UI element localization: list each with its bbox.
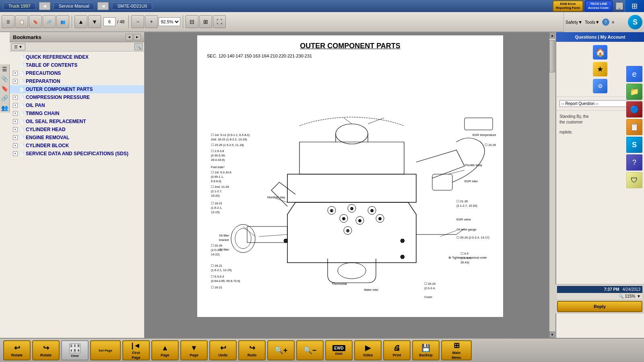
full-screen-btn[interactable]: ⛶ [213, 15, 226, 28]
ie-star-icon[interactable]: ★ [593, 62, 607, 76]
bookmark-engine-removal[interactable]: + 📄 ENGINE REMOVAL [10, 134, 144, 142]
panel-toggle-3[interactable]: 🔖 [29, 15, 42, 28]
svg-text:EGR valve: EGR valve [456, 218, 471, 221]
fit-width-btn[interactable]: ⊟ [186, 15, 198, 28]
bookmark-compression[interactable]: + 📄 COMPRESSION PRESSURE [10, 93, 144, 101]
bookmark-options[interactable]: ☰▼ [11, 43, 25, 50]
zoom-out-bottom-btn[interactable]: 🔍− [296, 340, 324, 360]
svg-text:Throttle body: Throttle body [464, 163, 482, 167]
zoom-out-btn[interactable]: − [131, 15, 144, 28]
title-nav-btn2[interactable]: ◄ [97, 2, 109, 10]
rotate-left-btn[interactable]: ↩ Rotate [3, 340, 31, 360]
sidebar-icon-2[interactable]: 📎 [1, 76, 8, 82]
bookmark-service-data[interactable]: + 📄 SERVICE DATA AND SPECIFICATIONS (SDS… [10, 150, 144, 158]
tech-line-btn[interactable]: TECH LINE Access Code: [585, 0, 613, 12]
page-down-btn[interactable]: ▼ Page [180, 340, 208, 360]
sidebar-icon-3[interactable]: 🔖 [1, 85, 8, 92]
scroll-thumb[interactable] [549, 40, 555, 72]
first-page-btn[interactable]: |◄ First Page [122, 340, 150, 360]
pdf-page: OUTER COMPONENT PARTS SEC. 120·140·147·1… [197, 35, 503, 317]
expand-service-data[interactable]: + [13, 151, 18, 156]
panel-toggle-2[interactable]: 📋 [15, 15, 28, 28]
svg-text:(2.0-2.4,: (2.0-2.4, [424, 286, 436, 290]
bookmark-cylinder-head[interactable]: + 📄 CYLINDER HEAD [10, 125, 144, 134]
svg-text:☐ 16-21: ☐ 16-21 [211, 264, 222, 267]
bookmark-preparation[interactable]: + 📄 PREPARATION [10, 77, 144, 85]
sidebar-icon-5[interactable]: 👥 [1, 105, 8, 111]
bookmark-cylinder-block[interactable]: + 📄 CYLINDER BLOCK [10, 142, 144, 150]
page-input[interactable] [103, 17, 116, 26]
svg-text:⑦: ⑦ [346, 229, 349, 233]
ewd-btn[interactable]: EWD EWD [325, 340, 353, 360]
expand-oil-pan[interactable]: + [13, 103, 18, 108]
ie-icon-2[interactable]: 📁 [626, 84, 642, 100]
panel-toggle-5[interactable]: 👥 [56, 15, 69, 28]
bookmark-toc[interactable]: 📄 TABLE OF CONTENTS [10, 61, 144, 69]
main-menu-btn[interactable]: ⊞ Main Menu [441, 340, 472, 360]
expand-cylinder-block[interactable]: + [13, 143, 18, 148]
backup-btn[interactable]: 💾 BackUp [412, 340, 440, 360]
expand-engine-removal[interactable]: + [13, 135, 18, 140]
zoom-dropdown-btn[interactable]: ▼ [637, 294, 641, 298]
svg-text:EGR tube: EGR tube [464, 179, 478, 183]
expand-oil-seal[interactable]: + [13, 119, 18, 124]
prev-page-btn[interactable]: ▲ [74, 15, 87, 28]
bookmark-oil-seal[interactable]: + 📄 OIL SEAL REPLACEMENT [10, 117, 144, 125]
sidebar-collapse-btn[interactable]: ◄ [126, 34, 133, 40]
bookmark-timing-chain[interactable]: + 📄 TIMING CHAIN [10, 109, 144, 117]
redo-btn[interactable]: ↪ Redo [238, 340, 266, 360]
rotate-right-btn[interactable]: ↪ Rotate [32, 340, 60, 360]
bookmark-outer-component[interactable]: 📄 OUTER COMPONENT PARTS [10, 85, 144, 93]
expand-preparation[interactable]: + [13, 79, 18, 84]
fit-page-btn[interactable]: ⊞ [199, 15, 212, 28]
svg-text:(0.95-1.1,: (0.95-1.1, [211, 175, 224, 179]
scrollbar-v[interactable]: ▲ ▼ [549, 32, 555, 338]
zoom-label: 🔍 [619, 294, 623, 298]
print-btn[interactable]: 🖨 Print [383, 340, 411, 360]
expand-precautions[interactable]: + [13, 71, 18, 76]
sidebar-expand-btn[interactable]: ► [134, 34, 141, 40]
minimize-btn[interactable]: _ [616, 2, 623, 10]
expand-compression[interactable]: + [13, 95, 18, 100]
panel-toggle-1[interactable]: ☰ [2, 15, 14, 28]
ie-icon-1[interactable]: e [626, 66, 642, 82]
ie-icon-3[interactable]: 🔵 [626, 101, 642, 117]
help-btn[interactable]: ? [602, 19, 609, 26]
svg-text:☐ 2nd: 21-26: ☐ 2nd: 21-26 [211, 185, 229, 189]
set-page-btn[interactable]: Set Page [90, 340, 121, 360]
expand-timing[interactable]: + [13, 111, 18, 116]
expand-cylinder-head[interactable]: + [13, 127, 18, 132]
expand-btn[interactable]: » [612, 19, 615, 25]
next-page-btn[interactable]: ▼ [88, 15, 101, 28]
title-nav-btn[interactable]: ◄ [39, 2, 50, 10]
safety-label: Safety▼ [566, 20, 582, 25]
sidebar-icon-1[interactable]: ☰ [2, 66, 7, 72]
zoom-in-btn[interactable]: + [145, 15, 158, 28]
bookmark-oil-pan[interactable]: + 📄 OIL PAN [10, 101, 144, 109]
bookmark-quick-ref[interactable]: 📄 QUICK REFERENCE INDEX [10, 53, 144, 61]
scroll-up-btn[interactable]: ▲ [549, 32, 555, 39]
esm-error-btn[interactable]: ESM Error Reporting Form [553, 0, 583, 12]
clear-btn[interactable]: 1 2 3 4 5 6 Clear [61, 340, 89, 360]
page-title: OUTER COMPONENT PARTS [207, 42, 493, 50]
bookmark-search[interactable]: 🔍 [134, 43, 142, 50]
ie-home-icon[interactable]: 🏠 [593, 45, 607, 60]
video-btn[interactable]: ▶ Video [354, 340, 382, 360]
ie-gear-icon[interactable]: ⚙ [593, 79, 607, 93]
ie-icon-4[interactable]: 📋 [626, 119, 642, 135]
ie-icon-6[interactable]: ? [626, 154, 642, 171]
sidebar-icon-4[interactable]: 🔗 [1, 95, 8, 101]
bookmark-precautions[interactable]: + 📄 PRECAUTIONS [10, 69, 144, 77]
ie-icon-7[interactable]: 🛡 [626, 172, 642, 188]
panel-toggle-4[interactable]: 🔗 [43, 15, 56, 28]
svg-text:☐ 6.3-8.3: ☐ 6.3-8.3 [211, 275, 224, 278]
zoom-select[interactable]: 50%75%92.5%100%125%150% [159, 17, 180, 26]
skype-sidebar-icon[interactable]: S [626, 137, 642, 153]
undo-btn[interactable]: ↩ Undo [209, 340, 237, 360]
questions-header[interactable]: Questions | My Account [556, 32, 644, 42]
scroll-down-btn[interactable]: ▼ [549, 331, 555, 338]
page-up-btn[interactable]: ▲ Page [151, 340, 179, 360]
content-area: ▲ ▼ OUTER COMPONENT PARTS SEC. 120·140·1… [145, 32, 555, 338]
zoom-in-bottom-btn[interactable]: 🔍+ [267, 340, 295, 360]
reply-btn[interactable]: Reply [557, 301, 642, 312]
